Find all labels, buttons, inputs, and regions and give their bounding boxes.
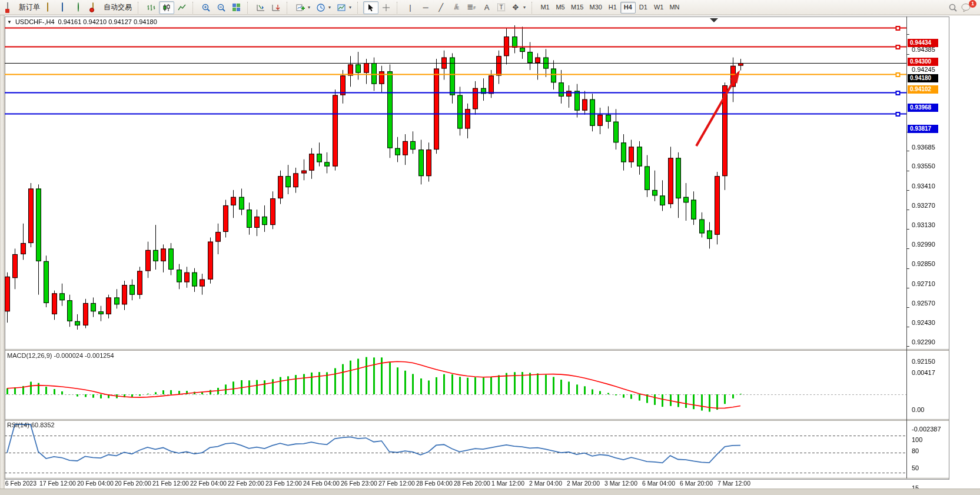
text-button[interactable]: A [479, 1, 494, 14]
bottom-window-edge [0, 489, 980, 495]
time-axis-label: 20 Feb 20:00 [115, 480, 151, 487]
line-chart-button[interactable] [174, 1, 190, 14]
new-order-button[interactable]: 新订单 [4, 1, 43, 14]
market-watch-button[interactable] [58, 1, 74, 14]
search-icon[interactable] [948, 3, 958, 12]
time-axis-label: 2 Mar 20:00 [567, 480, 600, 487]
channel-button[interactable]: ⫽E [449, 1, 464, 14]
cursor-icon [366, 3, 376, 12]
time-axis-label: 21 Feb 12:00 [152, 480, 189, 487]
indicator-list-button[interactable] [253, 1, 268, 14]
period-clock-button[interactable]: ▾ [313, 1, 334, 14]
mt4-window: 新订单 自动交易 [0, 0, 980, 495]
zoom-out-icon [217, 3, 226, 12]
channel-icon: ⫽E [451, 2, 461, 13]
timeframe-group: M1M5M15M30H1H4D1W1MN [536, 1, 684, 15]
zoom-in-icon [201, 3, 211, 12]
line-chart-icon [177, 3, 187, 12]
price-axis-tick: 0.93685 [912, 144, 935, 151]
template-icon [337, 3, 346, 12]
fibonacci-button[interactable]: ≣F [464, 1, 479, 14]
price-axis-tick: 0.92570 [912, 300, 935, 307]
chevron-down-icon: ▾ [328, 5, 331, 10]
level-price-badge: 0.93817 [908, 125, 938, 133]
time-axis-label: 27 Feb 12:00 [378, 480, 415, 487]
time-axis-label: 1 Mar 12:00 [491, 480, 524, 487]
zoom-out-button[interactable] [214, 1, 229, 14]
timeframe-d1-button[interactable]: D1 [636, 2, 651, 14]
period-clock-icon [316, 3, 325, 12]
auto-trading-label: 自动交易 [104, 2, 132, 12]
notification-badge: 1 [969, 0, 976, 8]
new-chart-icon [295, 3, 305, 12]
time-axis-label: 16 Feb 2023 [2, 480, 36, 487]
timeframe-h1-button[interactable]: H1 [605, 2, 620, 14]
tile-windows-button[interactable] [229, 1, 244, 14]
time-axis-label: 6 Mar 04:00 [642, 480, 675, 487]
ohlc-values: 0.94161 0.94210 0.94127 0.94180 [58, 18, 157, 25]
symbol-period-label: USDCHF-,H4 [15, 18, 55, 25]
price-chart-canvas[interactable] [0, 15, 980, 495]
chevron-down-icon: ▾ [523, 5, 526, 10]
price-axis-tick: 0.92290 [912, 338, 935, 345]
auto-trading-button[interactable]: 自动交易 [89, 1, 135, 14]
zoom-in-button[interactable] [198, 1, 214, 14]
chevron-down-icon: ▾ [349, 5, 351, 10]
bar-chart-icon [147, 3, 156, 12]
horizontal-line-icon: ─ [421, 3, 430, 12]
macd-indicator-label: MACD(12,26,9) -0.000024 -0.001254 [7, 352, 114, 359]
price-axis-tick: 0.92850 [912, 260, 935, 267]
time-axis-label: 26 Feb 23:00 [341, 480, 377, 487]
horizontal-line-button[interactable]: ─ [418, 1, 433, 14]
price-axis-tick: 0.92990 [912, 241, 935, 248]
candlestick-chart-button[interactable] [159, 1, 174, 14]
current-price-badge: 0.94180 [908, 74, 938, 82]
gold-package-icon [46, 3, 55, 12]
auto-trading-icon [92, 3, 101, 12]
new-chart-button[interactable]: ▾ [293, 1, 313, 14]
chat-icon[interactable]: 1 [961, 3, 973, 12]
timeframe-m1-button[interactable]: M1 [537, 2, 553, 14]
price-axis-tick: 0.94385 [912, 46, 935, 53]
indicator-add-button[interactable] [268, 1, 284, 14]
label-icon: T [497, 4, 505, 11]
timeframe-w1-button[interactable]: W1 [651, 2, 667, 14]
market-watch-icon [61, 3, 71, 12]
macd-axis-tick: 0.00 [912, 406, 924, 413]
time-axis-label: 22 Feb 20:00 [228, 480, 264, 487]
chart-area: ▼ USDCHF-,H4 0.94161 0.94210 0.94127 0.9… [0, 15, 980, 495]
gold-package-button[interactable] [43, 1, 58, 14]
shapes-button[interactable]: ✥▾ [508, 1, 529, 14]
timeframe-mn-button[interactable]: MN [666, 2, 682, 14]
time-axis-label: 2 Mar 04:00 [529, 480, 562, 487]
macd-axis-tick: 0.00417 [912, 369, 935, 376]
bar-chart-button[interactable] [144, 1, 159, 14]
vertical-line-button[interactable]: | [403, 1, 418, 14]
trendline-button[interactable]: ╱ [433, 1, 449, 14]
indicator-add-icon [271, 3, 281, 12]
signals-button[interactable] [74, 1, 89, 14]
rsi-axis-tick: 80 [912, 447, 919, 454]
price-axis-tick: 0.93410 [912, 182, 935, 190]
level-price-badge: 0.94434 [908, 39, 938, 47]
timeframe-m5-button[interactable]: M5 [553, 2, 568, 14]
new-order-label: 新订单 [19, 2, 40, 12]
timeframe-m15-button[interactable]: M15 [568, 2, 586, 14]
rsi-axis-tick: 100 [912, 436, 922, 443]
macd-axis-tick: -0.002387 [912, 426, 941, 433]
price-axis-tick: 0.92710 [912, 280, 935, 287]
label-button[interactable]: T [494, 1, 508, 14]
left-edge-strip [0, 15, 5, 495]
chevron-down-icon[interactable]: ▼ [7, 19, 12, 25]
timeframe-m30-button[interactable]: M30 [586, 2, 604, 14]
price-axis-tick: 0.93130 [912, 221, 935, 228]
shapes-icon: ✥ [511, 3, 520, 12]
time-axis-label: 17 Feb 12:00 [39, 480, 76, 487]
price-axis-tick: 0.94245 [912, 66, 935, 73]
template-button[interactable]: ▾ [334, 1, 354, 14]
cursor-button[interactable] [363, 1, 378, 14]
crosshair-button[interactable] [378, 1, 394, 14]
timeframe-h4-button[interactable]: H4 [620, 2, 636, 14]
level-price-badge: 0.94102 [908, 85, 938, 94]
time-axis-label: 7 Mar 12:00 [717, 480, 750, 487]
